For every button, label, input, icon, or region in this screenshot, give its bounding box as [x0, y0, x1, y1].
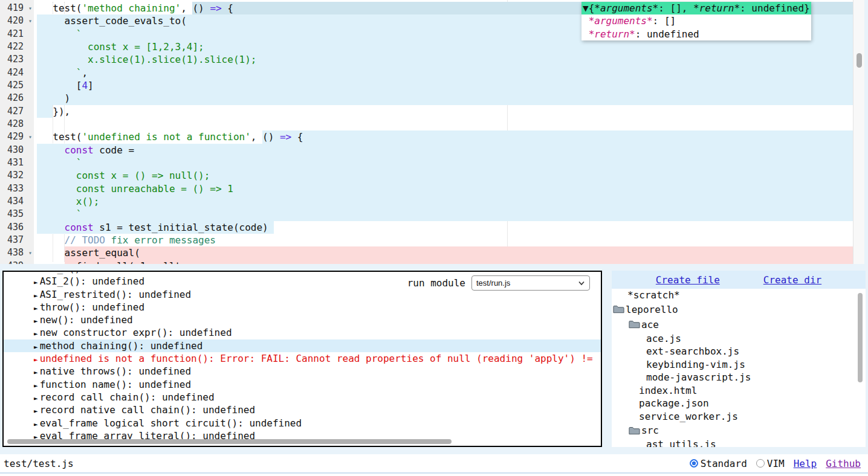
test-result-row[interactable]: ►undefined is not a function(): Error: F…	[4, 352, 601, 365]
radio-selected-icon[interactable]	[690, 459, 698, 468]
keybinding-vim-option[interactable]: VIM	[756, 458, 785, 469]
code-token: `	[76, 67, 82, 79]
editor-line[interactable]: 429▾ test('undefined is not a function',…	[0, 130, 853, 143]
fold-marker-icon[interactable]: ▾	[28, 2, 32, 14]
eval-highlight	[37, 208, 853, 220]
file-tree-row[interactable]: *scratch*	[612, 289, 866, 302]
expand-triangle-icon[interactable]: ►	[34, 292, 38, 300]
file-tree-row[interactable]: keybinding-vim.js	[612, 358, 866, 371]
test-result-text: new(): undefined	[40, 314, 133, 326]
help-link[interactable]: Help	[794, 458, 817, 469]
editor-line[interactable]: 422 const x = [1,2,3,4];	[0, 40, 853, 53]
tooltip-token: *arguments*	[594, 2, 658, 14]
line-number: 421	[0, 28, 34, 40]
test-result-row[interactable]: ►record native call chain(): undefined	[4, 404, 601, 416]
expand-triangle-icon[interactable]: ►	[34, 271, 38, 274]
file-tree-row[interactable]: index.html	[612, 384, 866, 397]
expand-triangle-icon[interactable]: ►	[34, 420, 38, 428]
test-result-row[interactable]: ►ASI_1(): undefined	[4, 271, 601, 275]
expand-triangle-icon[interactable]: ►	[34, 407, 38, 415]
folder-icon	[629, 426, 640, 435]
editor-line[interactable]: 436 const s1 = test_initial_state(code)	[0, 221, 853, 234]
editor-line[interactable]: 427 }),	[0, 105, 853, 118]
file-tree-row[interactable]: mode-javascript.js	[612, 371, 866, 384]
file-tree-row[interactable]: ext-searchbox.js	[612, 345, 866, 358]
expand-triangle-icon[interactable]: ►	[34, 343, 38, 351]
file-tree-row[interactable]: ast_utils.js	[612, 438, 866, 447]
github-link[interactable]: Github	[826, 458, 861, 469]
create-file-link[interactable]: Create file	[656, 274, 720, 286]
editor-line[interactable]: 425 [4]	[0, 79, 853, 92]
fold-marker-icon[interactable]: ▾	[28, 246, 32, 259]
editor-line[interactable]: 424 `,	[0, 66, 853, 79]
expand-triangle-icon[interactable]: ►	[34, 382, 38, 390]
file-tree-scrollbar-thumb[interactable]	[858, 293, 863, 382]
editor-line[interactable]: 439 find_call(s1.calltree,	[0, 260, 853, 264]
code-line-content: // TODO fix error messages	[34, 234, 853, 246]
keybinding-standard-option[interactable]: Standard	[690, 458, 747, 469]
fold-marker-icon[interactable]: ▾	[28, 130, 32, 143]
expand-triangle-icon[interactable]: ►	[34, 368, 38, 376]
code-token: assert_code_evals_to(	[41, 15, 187, 27]
folder-icon	[629, 320, 640, 329]
code-text: const s1 = test_initial_state(code)	[41, 222, 268, 233]
create-dir-link[interactable]: Create dir	[763, 274, 821, 286]
file-tree-row[interactable]: package.json	[612, 397, 866, 410]
expand-triangle-icon[interactable]: ►	[34, 356, 38, 364]
value-tooltip: ▼{*arguments*: [], *return*: undefined} …	[581, 2, 811, 40]
editor-line[interactable]: 432 const x = () => null();	[0, 169, 853, 182]
test-result-row[interactable]: ►eval_frame logical short circuit(): und…	[4, 417, 601, 429]
test-results-panel[interactable]: ►ASI_1(): undefined►ASI_2(): undefined►A…	[2, 271, 602, 447]
editor-line[interactable]: 435 `	[0, 208, 853, 220]
editor-line[interactable]: 438▾ assert_equal(	[0, 246, 853, 259]
editor-line[interactable]: 437 // TODO fix error messages	[0, 234, 853, 246]
expand-triangle-icon[interactable]: ►	[34, 330, 38, 338]
test-result-row[interactable]: ►native throws(): undefined	[4, 365, 601, 378]
file-tree-row[interactable]: leporello	[612, 302, 866, 317]
test-result-row[interactable]: ►new(): undefined	[4, 314, 601, 326]
run-module-label: run module	[407, 277, 465, 289]
status-bar: test/test.js Standard VIM Help Github	[0, 454, 868, 472]
expand-triangle-icon[interactable]: ►	[34, 317, 38, 325]
tooltip-token: *return*	[693, 2, 740, 14]
fold-marker-icon[interactable]: ▾	[28, 14, 32, 27]
file-name: ace.js	[646, 333, 681, 344]
code-line-content: const x = [1,2,3,4];	[34, 40, 853, 53]
code-line-content: x();	[34, 195, 853, 208]
test-result-row[interactable]: ►record call chain(): undefined	[4, 391, 601, 404]
expand-triangle-icon[interactable]: ►	[34, 304, 38, 312]
tooltip-token: *return*	[589, 28, 635, 40]
code-token: ,	[251, 131, 262, 143]
expand-triangle-icon[interactable]: ►	[34, 394, 38, 402]
test-result-row[interactable]: ►method chaining(): undefined	[4, 339, 601, 352]
editor-line[interactable]: 433 const unreachable = () => 1	[0, 182, 853, 195]
file-panel: Create file Create dir *scratch*leporell…	[612, 271, 866, 447]
test-result-text: eval_frame logical short circuit(): unde…	[40, 417, 302, 429]
editor-line[interactable]: 428	[0, 118, 853, 130]
file-tree-row[interactable]: ace	[612, 317, 866, 332]
editor-line[interactable]: 431 `	[0, 156, 853, 169]
folder-icon	[613, 305, 624, 314]
editor-line[interactable]: 430 const code =	[0, 144, 853, 156]
file-tree-row[interactable]: service_worker.js	[612, 410, 866, 423]
editor-line[interactable]: 434 x();	[0, 195, 853, 208]
editor-line[interactable]: 423 x.slice(1).slice(1).slice(1);	[0, 53, 853, 66]
editor-vertical-scrollbar[interactable]	[853, 0, 864, 264]
run-module-select[interactable]: test/run.js	[471, 275, 590, 291]
test-result-row[interactable]: ►throw(): undefined	[4, 301, 601, 314]
code-line-content	[34, 118, 853, 130]
radio-unselected-icon[interactable]	[756, 459, 765, 468]
file-tree-row[interactable]: ace.js	[612, 332, 866, 346]
file-tree-row[interactable]: src	[612, 423, 866, 438]
code-token: ()	[262, 131, 280, 143]
test-result-row[interactable]: ►function name(): undefined	[4, 378, 601, 391]
editor-scrollbar-thumb[interactable]	[857, 53, 862, 68]
code-token: find_call(s1.calltree,	[41, 260, 210, 264]
expand-triangle-icon[interactable]: ►	[34, 278, 38, 286]
results-horizontal-scrollbar[interactable]	[7, 439, 452, 444]
code-token: `	[76, 208, 82, 220]
code-token: =>	[210, 2, 221, 14]
editor-line[interactable]: 426 )	[0, 92, 853, 105]
test-result-text: record call chain(): undefined	[40, 391, 215, 403]
test-result-row[interactable]: ►new constructor expr(): undefined	[4, 326, 601, 339]
